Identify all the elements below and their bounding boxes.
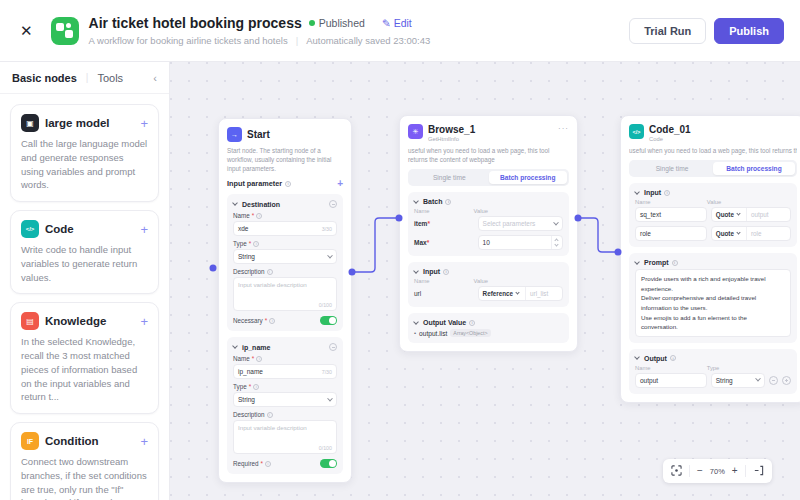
condition-icon: IF bbox=[21, 432, 39, 450]
quote-mode-select[interactable]: Quote bbox=[712, 208, 747, 221]
input-name-field[interactable]: role bbox=[635, 226, 707, 241]
edit-button[interactable]: ✎ Edit bbox=[382, 17, 412, 29]
start-input-port[interactable] bbox=[210, 265, 217, 272]
output-type-select[interactable]: String bbox=[711, 373, 765, 388]
type-select[interactable]: String bbox=[233, 249, 337, 264]
type-select[interactable]: String bbox=[233, 392, 337, 407]
info-icon: i bbox=[267, 269, 273, 275]
page-title: Air ticket hotel booking process bbox=[89, 15, 302, 31]
browse-node[interactable]: ✳ Browse_1 GetHtmlInfo ··· useful when y… bbox=[399, 115, 578, 352]
chevron-down-icon[interactable] bbox=[413, 268, 419, 274]
zoom-level: 70% bbox=[710, 467, 725, 476]
info-icon: i bbox=[256, 213, 262, 219]
node-card-large-model[interactable]: ▣ large model + Call the large language … bbox=[10, 104, 159, 202]
chevron-down-icon bbox=[736, 212, 740, 216]
chevron-down-icon[interactable] bbox=[413, 198, 419, 204]
tab-batch-processing[interactable]: Batch processing bbox=[489, 171, 568, 184]
output-name: output.list bbox=[419, 330, 447, 337]
chevron-down-icon[interactable] bbox=[232, 201, 238, 207]
add-large-model-button[interactable]: + bbox=[140, 116, 148, 131]
param-max-label: Max* bbox=[414, 239, 474, 246]
required-toggle[interactable] bbox=[320, 459, 337, 468]
workflow-subtitle: A workflow for booking airline tickets a… bbox=[89, 35, 288, 46]
add-output-icon[interactable] bbox=[782, 376, 791, 385]
max-input[interactable]: 10 bbox=[478, 235, 563, 250]
canvas-zoom-toolbar: − 70% + bbox=[663, 459, 772, 483]
description-textarea[interactable]: Input variable description 0/100 bbox=[233, 420, 337, 454]
input-name-field[interactable]: sq_text bbox=[635, 207, 707, 222]
tab-single-time[interactable]: Single time bbox=[631, 162, 713, 175]
reference-mode-select[interactable]: Reference bbox=[479, 287, 526, 300]
info-icon: i bbox=[269, 318, 275, 324]
edit-icon: ✎ bbox=[382, 17, 391, 29]
run-mode-tabs: Single time Batch processing bbox=[408, 169, 569, 186]
add-code-button[interactable]: + bbox=[140, 222, 148, 237]
remove-output-icon[interactable] bbox=[769, 376, 778, 385]
chevron-down-icon[interactable] bbox=[634, 189, 640, 195]
browse-output-port[interactable] bbox=[575, 215, 582, 222]
node-card-code[interactable]: </> Code + Write code to handle input va… bbox=[10, 210, 159, 294]
chevron-down-icon bbox=[515, 291, 519, 295]
browse-input-port[interactable] bbox=[396, 215, 403, 222]
more-menu-icon[interactable]: ··· bbox=[558, 124, 569, 133]
code-icon: </> bbox=[21, 220, 39, 238]
node-card-condition[interactable]: IF Condition + Connect two downstream br… bbox=[10, 422, 159, 500]
code-input-port[interactable] bbox=[615, 249, 622, 256]
start-description: Start node. The starting node of a workf… bbox=[227, 146, 343, 173]
status-badge: Published bbox=[309, 17, 365, 29]
info-icon: i bbox=[469, 320, 475, 326]
input-value-control[interactable]: Quote output bbox=[711, 207, 791, 222]
necessary-toggle[interactable] bbox=[320, 316, 337, 325]
zoom-out-button[interactable]: − bbox=[697, 466, 703, 476]
description-textarea[interactable]: Input variable description 0/100 bbox=[233, 277, 337, 311]
info-icon: i bbox=[445, 199, 451, 205]
publish-button[interactable]: Publish bbox=[714, 18, 784, 44]
item-select[interactable]: Select parameters bbox=[478, 216, 563, 231]
output-name-field[interactable]: output bbox=[635, 373, 707, 388]
chevron-down-icon[interactable] bbox=[634, 259, 640, 265]
remove-parameter-icon[interactable] bbox=[329, 200, 337, 208]
fit-view-icon[interactable] bbox=[671, 465, 682, 478]
zoom-in-button[interactable]: + bbox=[732, 466, 738, 476]
close-icon[interactable]: ✕ bbox=[20, 22, 33, 40]
chevron-down-icon[interactable] bbox=[232, 344, 238, 350]
info-icon: i bbox=[253, 241, 259, 247]
input-section: Input i Name Value sq_text Quote output … bbox=[629, 183, 797, 247]
tab-tools[interactable]: Tools bbox=[97, 72, 123, 84]
quote-mode-select[interactable]: Quote bbox=[712, 227, 747, 240]
tab-single-time[interactable]: Single time bbox=[410, 171, 489, 184]
tab-basic-nodes[interactable]: Basic nodes bbox=[12, 72, 77, 84]
browse-icon: ✳ bbox=[408, 124, 423, 139]
start-output-port[interactable] bbox=[349, 269, 356, 276]
chevron-down-icon[interactable] bbox=[634, 354, 640, 360]
chevron-down-icon[interactable] bbox=[413, 319, 419, 325]
code-node[interactable]: </> Code_01 Code useful when you need to… bbox=[620, 115, 800, 403]
workflow-logo bbox=[51, 17, 79, 45]
number-stepper[interactable] bbox=[551, 236, 558, 249]
published-dot-icon bbox=[309, 20, 315, 26]
name-input[interactable]: xde 3/30 bbox=[233, 221, 337, 236]
node-card-knowledge[interactable]: ▤ Knowledge + In the selected Knowledge,… bbox=[10, 302, 159, 414]
info-icon: i bbox=[443, 269, 449, 275]
info-icon: i bbox=[265, 461, 271, 467]
tab-batch-processing[interactable]: Batch processing bbox=[713, 162, 795, 175]
collapse-sidebar-icon[interactable]: ‹ bbox=[153, 72, 157, 84]
info-icon: i bbox=[672, 260, 678, 266]
code-icon: </> bbox=[629, 124, 644, 139]
info-icon: i bbox=[670, 355, 676, 361]
add-parameter-button[interactable]: + bbox=[337, 178, 343, 189]
chevron-down-icon bbox=[755, 376, 761, 382]
add-condition-button[interactable]: + bbox=[140, 434, 148, 449]
prompt-textarea[interactable]: Provide users with a rich and enjoyable … bbox=[635, 269, 791, 337]
start-node[interactable]: → Start Start node. The starting node of… bbox=[218, 118, 352, 483]
info-icon: i bbox=[664, 190, 670, 196]
input-value-control[interactable]: Quote role bbox=[711, 226, 791, 241]
layout-bracket-icon[interactable] bbox=[753, 465, 764, 478]
name-input[interactable]: ip_name 7/30 bbox=[233, 364, 337, 379]
remove-parameter-icon[interactable] bbox=[329, 343, 337, 351]
trial-run-button[interactable]: Trial Run bbox=[629, 18, 706, 44]
top-header: ✕ Air ticket hotel booking process Publi… bbox=[0, 0, 800, 62]
knowledge-icon: ▤ bbox=[21, 312, 39, 330]
add-knowledge-button[interactable]: + bbox=[140, 314, 148, 329]
url-value-control[interactable]: Reference url_list bbox=[478, 286, 563, 301]
